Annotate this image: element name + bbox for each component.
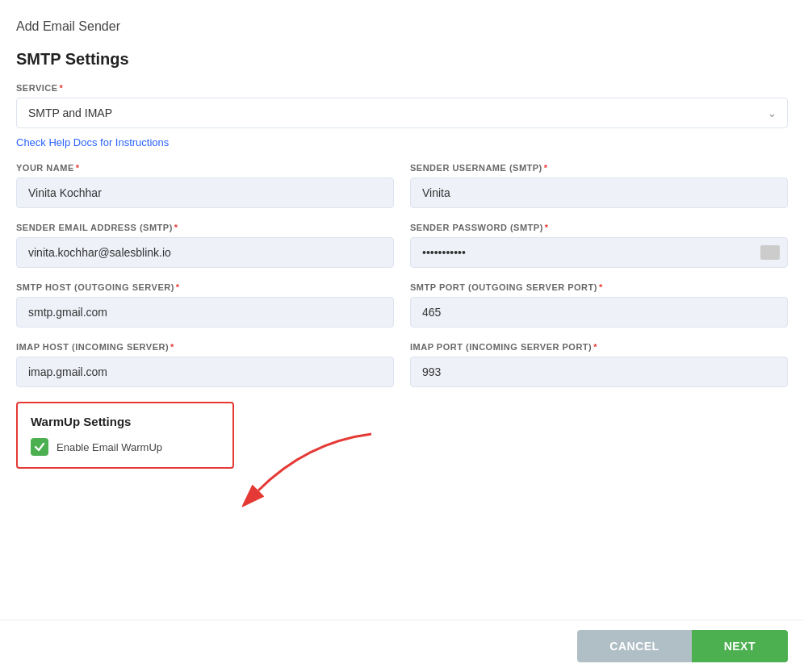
- page-title: Add Email Sender: [16, 19, 788, 34]
- sender-username-label: SENDER USERNAME (SMTP)*: [410, 163, 788, 173]
- your-name-input[interactable]: [16, 177, 394, 208]
- password-toggle-icon[interactable]: [760, 245, 780, 260]
- sender-username-input[interactable]: [410, 177, 788, 208]
- bottom-bar: CANCEL NEXT: [0, 620, 804, 672]
- warmup-checkbox-row: Enable Email WarmUp: [31, 438, 220, 456]
- enable-warmup-checkbox[interactable]: [31, 438, 48, 456]
- your-name-label: YOUR NAME*: [16, 163, 394, 173]
- section-title: SMTP Settings: [16, 50, 788, 69]
- smtp-port-label: SMTP PORT (OUTGOING SERVER PORT)*: [410, 282, 788, 292]
- sender-password-label: SENDER PASSWORD (SMTP)*: [410, 223, 788, 232]
- sender-email-input[interactable]: [16, 237, 394, 268]
- warmup-settings-section: WarmUp Settings Enable Email WarmUp: [16, 402, 234, 469]
- smtp-port-input[interactable]: [410, 297, 788, 328]
- warmup-checkbox-label: Enable Email WarmUp: [57, 441, 162, 453]
- imap-host-input[interactable]: [16, 357, 394, 387]
- password-wrapper: [410, 237, 788, 268]
- imap-host-label: IMAP HOST (INCOMING SERVER)*: [16, 342, 394, 352]
- smtp-host-input[interactable]: [16, 297, 394, 328]
- service-select[interactable]: SMTP and IMAP: [16, 98, 788, 128]
- cancel-button[interactable]: CANCEL: [577, 630, 691, 662]
- warmup-title: WarmUp Settings: [31, 415, 220, 428]
- smtp-host-label: SMTP HOST (OUTGOING SERVER)*: [16, 282, 394, 292]
- imap-port-input[interactable]: [410, 357, 788, 387]
- service-select-wrapper: SMTP and IMAP ⌄: [16, 98, 788, 128]
- service-label: SERVICE*: [16, 83, 788, 93]
- sender-email-label: SENDER EMAIL ADDRESS (SMTP)*: [16, 223, 394, 232]
- sender-password-input[interactable]: [410, 237, 788, 268]
- annotation-arrow: [242, 426, 387, 526]
- imap-port-label: IMAP PORT (INCOMING SERVER PORT)*: [410, 342, 788, 352]
- help-docs-link[interactable]: Check Help Docs for Instructions: [16, 136, 169, 148]
- next-button[interactable]: NEXT: [692, 630, 788, 662]
